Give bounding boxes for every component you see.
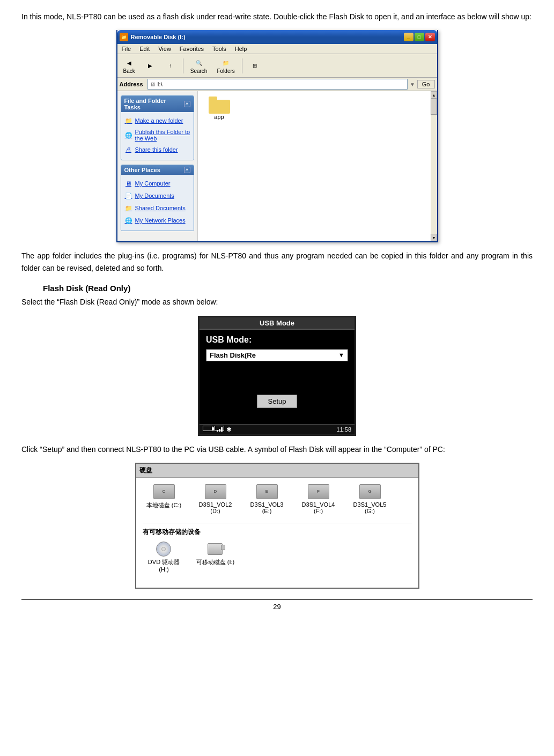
address-label: Address bbox=[120, 81, 143, 87]
file-item-label: app bbox=[214, 114, 224, 120]
usb-statusbar: ✱ 11:58 bbox=[200, 424, 354, 434]
usb-dropdown[interactable]: Flash Disk(Re ▼ bbox=[206, 349, 348, 361]
drive-c[interactable]: C 本地磁盘 (C:) bbox=[143, 484, 186, 514]
search-icon: 🔍 bbox=[194, 57, 204, 68]
page-number: 29 bbox=[21, 599, 533, 611]
usb-drive-small bbox=[208, 543, 223, 555]
task-make-folder[interactable]: 📁 Make a new folder bbox=[123, 115, 191, 126]
folders-label: Folders bbox=[217, 68, 234, 74]
folders-button[interactable]: 📁 Folders bbox=[213, 56, 238, 76]
close-button[interactable]: ✕ bbox=[425, 33, 435, 41]
usb-mode-screenshot-container: USB Mode USB Mode: Flash Disk(Re ▼ Setup bbox=[21, 316, 533, 436]
drive-d-label: D3S1_VOL2 (D:) bbox=[194, 501, 237, 514]
setup-button[interactable]: Setup bbox=[257, 395, 298, 408]
menu-file[interactable]: File bbox=[120, 45, 134, 53]
menu-tools[interactable]: Tools bbox=[210, 45, 228, 53]
my-computer-icon: 🖥 bbox=[124, 179, 133, 188]
intro-paragraph1: In this mode, NLS-PT80 can be used as a … bbox=[21, 11, 533, 23]
share-folder-icon: 🖨 bbox=[124, 145, 133, 154]
scrollbar-thumb[interactable] bbox=[431, 99, 437, 115]
usb-mode-window: USB Mode USB Mode: Flash Disk(Re ▼ Setup bbox=[198, 316, 356, 436]
toolbar-divider1 bbox=[183, 58, 183, 73]
dvd-disc bbox=[156, 542, 171, 557]
menu-bar: File Edit View Favorites Tools Help bbox=[117, 44, 437, 54]
drive-f-icon: F bbox=[308, 484, 329, 500]
section-heading-flash-read-only: Flash Disk (Read Only) bbox=[43, 284, 533, 293]
task-make-folder-label: Make a new folder bbox=[135, 117, 183, 124]
hdd-body-d: D bbox=[205, 484, 226, 499]
usb-status-left: ✱ bbox=[203, 426, 232, 433]
search-button[interactable]: 🔍 Search bbox=[187, 56, 211, 76]
removable-section-label: 有可移动存储的设备 bbox=[143, 528, 412, 537]
go-button[interactable]: Go bbox=[417, 80, 435, 88]
file-folder-tasks-panel: File and Folder Tasks ^ 📁 Make a new fol… bbox=[121, 95, 194, 160]
back-button[interactable]: ◀ Back bbox=[120, 56, 139, 76]
window-title-left: 📁 Removable Disk (I:) bbox=[120, 33, 186, 41]
task-my-computer-label: My Computer bbox=[135, 180, 171, 187]
cn-computer-window: 硬盘 C 本地磁盘 (C:) D bbox=[135, 463, 419, 589]
sidebar: File and Folder Tasks ^ 📁 Make a new fol… bbox=[117, 91, 198, 241]
drive-g-label: D3S1_VOL5 (G:) bbox=[349, 501, 392, 514]
scrollbar[interactable]: ▲ ▼ bbox=[431, 91, 437, 241]
other-places-header: Other Places ^ bbox=[121, 165, 194, 175]
address-field[interactable]: 🖥 I:\ bbox=[147, 79, 408, 90]
removable-drive[interactable]: 可移动磁盘 (I:) bbox=[194, 541, 237, 573]
folders-icon: 📁 bbox=[220, 57, 231, 68]
hdd-label-d: D bbox=[214, 489, 217, 494]
window-titlebar: 📁 Removable Disk (I:) _ □ ✕ bbox=[117, 30, 437, 44]
views-button[interactable]: ⊞ bbox=[246, 59, 264, 73]
network-places-icon: 🌐 bbox=[124, 216, 133, 225]
drive-e[interactable]: E D3S1_VOL3 (E:) bbox=[246, 484, 289, 514]
divider bbox=[143, 523, 412, 523]
scroll-down-button[interactable]: ▼ bbox=[431, 234, 437, 241]
window-controls[interactable]: _ □ ✕ bbox=[404, 33, 435, 41]
cn-removable-grid: DVD 驱动器 (H:) 可移动磁盘 (I:) bbox=[143, 541, 412, 573]
drive-e-label: D3S1_VOL3 (E:) bbox=[246, 501, 289, 514]
back-label: Back bbox=[123, 68, 135, 74]
usb-titlebar: USB Mode bbox=[200, 317, 354, 330]
menu-view[interactable]: View bbox=[156, 45, 173, 53]
folder-icon bbox=[209, 97, 230, 114]
cn-titlebar: 硬盘 bbox=[136, 464, 418, 478]
task-my-documents[interactable]: 📄 My Documents bbox=[123, 190, 191, 201]
flash-read-only-intro: Select the “Flash Disk (Read Only)” mode… bbox=[21, 296, 533, 308]
flash-read-only-conclusion: Click “Setup” and then connect NLS-PT80 … bbox=[21, 443, 533, 455]
usb-mode-label: USB Mode: bbox=[206, 335, 348, 345]
maximize-button[interactable]: □ bbox=[415, 33, 424, 41]
drive-f[interactable]: F D3S1_VOL4 (F:) bbox=[297, 484, 340, 514]
drive-g[interactable]: G D3S1_VOL5 (G:) bbox=[349, 484, 392, 514]
dvd-drive[interactable]: DVD 驱动器 (H:) bbox=[143, 541, 186, 573]
other-places-collapse-button[interactable]: ^ bbox=[184, 167, 190, 173]
task-share-folder[interactable]: 🖨 Share this folder bbox=[123, 144, 191, 155]
hdd-label-e: E bbox=[265, 489, 268, 494]
main-area: app bbox=[198, 91, 431, 241]
window-body: File and Folder Tasks ^ 📁 Make a new fol… bbox=[117, 91, 437, 241]
other-places-body: 🖥 My Computer 📄 My Documents 📁 Shared Do… bbox=[121, 175, 194, 231]
menu-help[interactable]: Help bbox=[233, 45, 249, 53]
drive-c-icon: C bbox=[153, 484, 175, 500]
task-shared-documents-label: Shared Documents bbox=[135, 205, 186, 211]
task-shared-documents[interactable]: 📁 Shared Documents bbox=[123, 203, 191, 213]
drive-e-icon: E bbox=[256, 484, 278, 500]
task-publish-folder[interactable]: 🌐 Publish this Folder to the Web bbox=[123, 128, 191, 143]
signal-bars bbox=[217, 425, 223, 432]
search-label: Search bbox=[190, 68, 208, 74]
scrollbar-track bbox=[431, 99, 437, 234]
scroll-up-button[interactable]: ▲ bbox=[431, 91, 437, 99]
file-item-app[interactable]: app bbox=[203, 97, 235, 120]
drive-d[interactable]: D D3S1_VOL2 (D:) bbox=[194, 484, 237, 514]
task-network-places[interactable]: 🌐 My Network Places bbox=[123, 215, 191, 226]
menu-favorites[interactable]: Favorites bbox=[178, 45, 206, 53]
removable-drive-label: 可移动磁盘 (I:) bbox=[196, 558, 235, 566]
menu-edit[interactable]: Edit bbox=[137, 45, 152, 53]
forward-button[interactable]: ▶ bbox=[141, 59, 159, 73]
hdd-body-e: E bbox=[256, 484, 278, 499]
explorer-screenshot-container: 📁 Removable Disk (I:) _ □ ✕ File Edit Vi… bbox=[21, 30, 533, 242]
dvd-drive-label: DVD 驱动器 (H:) bbox=[143, 558, 186, 573]
minimize-button[interactable]: _ bbox=[404, 33, 413, 41]
window-title: Removable Disk (I:) bbox=[131, 34, 186, 40]
up-button[interactable]: ↑ bbox=[161, 59, 180, 73]
collapse-button[interactable]: ^ bbox=[184, 101, 190, 107]
task-my-computer[interactable]: 🖥 My Computer bbox=[123, 178, 191, 189]
toolbar: ◀ Back ▶ ↑ 🔍 Search 📁 Folders ⊞ bbox=[117, 54, 437, 78]
